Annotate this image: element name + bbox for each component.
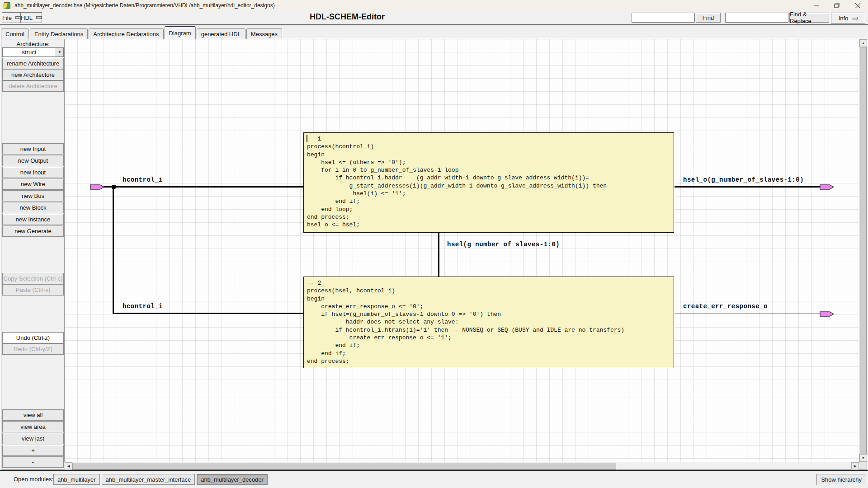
architecture-select[interactable]: struct ▼ [2, 47, 64, 57]
code-line: if hsel=(g_number_of_slaves-1 downto 0 =… [307, 310, 674, 318]
hdl-menu[interactable]: HDL [20, 12, 42, 23]
wire-label-hsel-out[interactable]: hsel_o(g_number_of_slaves-1:0) [683, 176, 804, 183]
code-line: hsel(i) <= '1'; [307, 190, 674, 197]
wire-label-create-err[interactable]: create_err_response_o [683, 303, 768, 310]
tab-diagram[interactable]: Diagram [165, 26, 196, 39]
close-icon[interactable] [847, 0, 868, 11]
tab-generated-hdl[interactable]: generated HDL [197, 28, 245, 39]
module-button-ahb_multilayer_decoder[interactable]: ahb_multilayer_decoder [197, 474, 268, 485]
view-all-button[interactable]: view all [2, 409, 64, 421]
tab-architecture-declarations[interactable]: Architecture Declarations [89, 28, 163, 39]
horizontal-scrollbar[interactable]: ◀ ▶ [65, 462, 859, 469]
app-window: ahb_multilayer_decoder.hse (M:/gesichert… [0, 0, 868, 488]
block-2-code: -- 2process(hsel, hcontrol_i)begin creat… [307, 279, 674, 365]
code-line: -- haddr does not select any slave: [307, 318, 674, 326]
wire-create-err[interactable] [675, 314, 821, 314]
text-cursor [307, 135, 307, 142]
info-menu-label: Info [839, 15, 849, 22]
wire-hcontrol-top[interactable] [104, 186, 303, 188]
view-last-button[interactable]: view last [2, 433, 64, 444]
wire-hsel-mid[interactable] [438, 233, 439, 277]
code-line: begin [307, 295, 674, 303]
menu-bar: File HDL HDL-SCHEM-Editor Find Find & Re… [0, 11, 868, 24]
scrollbar-corner [859, 462, 867, 469]
new-instance-button[interactable]: new Instance [2, 214, 64, 225]
open-modules-label: Open modules: [14, 476, 53, 483]
wire-hsel-out[interactable] [675, 186, 821, 188]
find-input[interactable] [632, 13, 695, 23]
new-block-button[interactable]: new Block [2, 202, 64, 213]
output-port-connector-create-err[interactable] [820, 310, 834, 318]
wire-label-hsel-mid[interactable]: hsel(g_number_of_slaves-1:0) [447, 241, 560, 248]
file-menu[interactable]: File [2, 12, 21, 23]
new-output-button[interactable]: new Output [2, 155, 64, 166]
wire-hcontrol-bottom[interactable] [113, 313, 303, 314]
module-button-ahb_multilayer_master_interface[interactable]: ahb_multilayer_master_interface [102, 474, 195, 485]
redo-button: Redo (Ctrl-y/Z) [2, 343, 64, 355]
undo-button[interactable]: Undo (Ctrl-z) [2, 332, 64, 343]
scroll-down-icon[interactable]: ▼ [859, 454, 867, 462]
rename-architecture-button[interactable]: rename Architecture [2, 58, 64, 69]
find-button[interactable]: Find [696, 13, 721, 23]
code-line: if hcontrol_i.htrans(1)='1' then -- NONS… [307, 326, 674, 334]
replace-input[interactable] [725, 13, 788, 23]
open-modules-list: ahb_multilayerahb_multilayer_master_inte… [53, 474, 269, 485]
new-inout-button[interactable]: new Inout [2, 167, 64, 178]
scroll-up-icon[interactable]: ▲ [859, 39, 867, 47]
tab-entity-declarations[interactable]: Entity Declarations [30, 28, 88, 39]
horizontal-scroll-thumb[interactable] [72, 463, 616, 469]
restore-icon[interactable] [826, 0, 847, 11]
file-menu-label: File [2, 14, 12, 21]
code-line: end loop; [307, 206, 674, 213]
code-line: if hcontrol_i.haddr (g_addr_width-1 down… [307, 174, 674, 182]
architecture-value: struct [3, 49, 56, 56]
tab-control[interactable]: Control [1, 28, 29, 39]
code-line: hsel <= (others => '0'); [307, 159, 674, 166]
hdl-menu-label: HDL [21, 14, 33, 21]
architecture-label: Architecture: [1, 41, 65, 47]
wire-label-hcontrol-top[interactable]: hcontrol_i [123, 176, 163, 183]
chevron-down-icon[interactable]: ▼ [56, 48, 63, 56]
wire-hcontrol-vertical[interactable] [113, 186, 114, 314]
app-title: HDL-SCHEM-Editor [310, 12, 385, 22]
process-block-2[interactable]: -- 2process(hsel, hcontrol_i)begin creat… [303, 277, 674, 368]
tearoff-icon [36, 16, 42, 19]
code-line: -- 1 [307, 135, 674, 143]
vertical-scrollbar[interactable]: ▲ ▼ [859, 39, 867, 462]
zoom-in-button[interactable]: + [2, 445, 64, 456]
tearoff-icon [852, 17, 858, 19]
new-bus-button[interactable]: new Bus [2, 190, 64, 202]
app-icon [4, 2, 10, 9]
scroll-right-icon[interactable]: ▶ [851, 462, 859, 470]
delete-architecture-button: delete Architecture [2, 80, 64, 92]
diagram-pane: Architecture: struct ▼ rename Architectu… [1, 39, 867, 470]
block-1-code: -- 1process(hcontrol_i)begin hsel <= (ot… [307, 135, 674, 229]
code-line: end if; [307, 350, 674, 357]
new-architecture-button[interactable]: new Architecture [2, 69, 64, 80]
wire-label-hcontrol-bottom[interactable]: hcontrol_i [123, 303, 163, 310]
scroll-left-icon[interactable]: ◀ [65, 462, 72, 470]
module-button-ahb_multilayer[interactable]: ahb_multilayer [53, 474, 100, 485]
new-generate-button[interactable]: new Generate [2, 225, 64, 237]
input-port-connector-hcontrol[interactable] [90, 183, 104, 191]
process-block-1[interactable]: -- 1process(hcontrol_i)begin hsel <= (ot… [303, 132, 674, 233]
diagram-canvas[interactable]: hcontrol_i hcontrol_i -- 1process(hcontr… [65, 39, 859, 462]
new-input-button[interactable]: new Input [2, 143, 64, 155]
code-line: process(hcontrol_i) [307, 143, 674, 150]
tab-messages[interactable]: Messages [246, 28, 282, 39]
find-replace-button[interactable]: Find & Replace [789, 13, 829, 23]
output-port-connector-hsel[interactable] [820, 183, 834, 191]
code-line: end process; [307, 213, 674, 221]
tab-bar: ControlEntity DeclarationsArchitecture D… [1, 25, 283, 39]
show-hierarchy-button[interactable]: Show hierarchy [816, 474, 866, 485]
zoom-out-button[interactable]: - [2, 456, 64, 468]
info-menu[interactable]: Info [831, 13, 865, 23]
code-line: create_err_response_o <= '0'; [307, 303, 674, 310]
paste-button: Paste (Ctrl-v) [2, 284, 64, 296]
new-wire-button[interactable]: new Wire [2, 178, 64, 190]
code-line: end process; [307, 357, 674, 365]
view-area-button[interactable]: view area [2, 421, 64, 432]
minimize-icon[interactable] [806, 0, 826, 11]
code-line: hsel_o <= hsel; [307, 221, 674, 229]
vertical-scroll-thumb[interactable] [860, 47, 867, 454]
